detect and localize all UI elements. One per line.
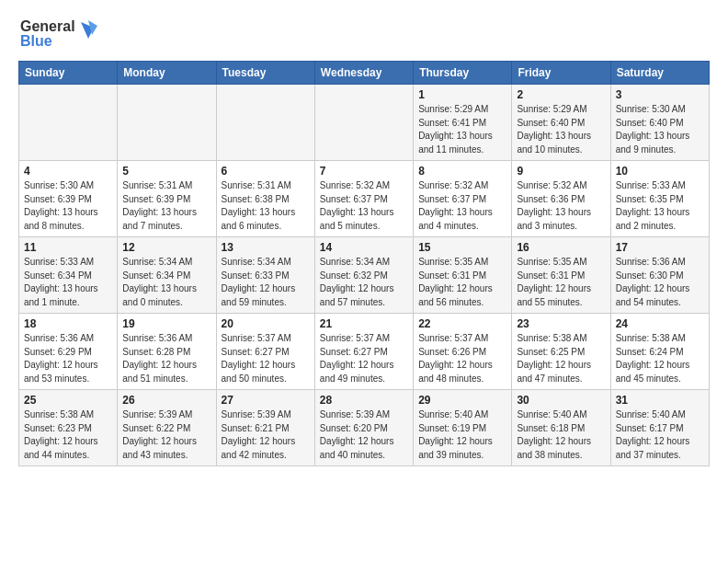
- day-info: Sunrise: 5:32 AM Sunset: 6:36 PM Dayligh…: [517, 179, 605, 233]
- day-info: Sunrise: 5:36 AM Sunset: 6:28 PM Dayligh…: [122, 332, 210, 385]
- day-info: Sunrise: 5:36 AM Sunset: 6:29 PM Dayligh…: [24, 332, 112, 385]
- day-number: 20: [222, 317, 310, 330]
- calendar-day-cell: 30Sunrise: 5:40 AM Sunset: 6:18 PM Dayli…: [512, 390, 610, 466]
- calendar-day-cell: 2Sunrise: 5:29 AM Sunset: 6:40 PM Daylig…: [512, 85, 610, 161]
- calendar-day-cell: 25Sunrise: 5:38 AM Sunset: 6:23 PM Dayli…: [19, 390, 118, 466]
- page-header: General Blue: [18, 15, 710, 50]
- calendar-day-cell: 22Sunrise: 5:37 AM Sunset: 6:26 PM Dayli…: [414, 314, 512, 390]
- day-number: 21: [320, 317, 408, 330]
- day-number: 16: [517, 241, 605, 254]
- svg-text:General: General: [20, 18, 75, 34]
- day-info: Sunrise: 5:37 AM Sunset: 6:27 PM Dayligh…: [320, 332, 408, 385]
- day-info: Sunrise: 5:31 AM Sunset: 6:38 PM Dayligh…: [222, 179, 310, 233]
- day-info: Sunrise: 5:29 AM Sunset: 6:41 PM Dayligh…: [418, 103, 506, 156]
- day-number: 1: [418, 88, 506, 101]
- calendar-day-cell: 11Sunrise: 5:33 AM Sunset: 6:34 PM Dayli…: [19, 237, 118, 314]
- day-number: 23: [517, 317, 605, 330]
- weekday-header-cell: Friday: [512, 62, 610, 85]
- calendar-day-cell: [216, 85, 314, 161]
- svg-text:Blue: Blue: [20, 33, 52, 49]
- day-number: 3: [616, 88, 704, 101]
- calendar-day-cell: 28Sunrise: 5:39 AM Sunset: 6:20 PM Dayli…: [314, 390, 413, 466]
- day-info: Sunrise: 5:37 AM Sunset: 6:27 PM Dayligh…: [222, 332, 310, 385]
- calendar-day-cell: 13Sunrise: 5:34 AM Sunset: 6:33 PM Dayli…: [216, 237, 314, 314]
- day-info: Sunrise: 5:36 AM Sunset: 6:30 PM Dayligh…: [616, 256, 704, 309]
- calendar-body: 1Sunrise: 5:29 AM Sunset: 6:41 PM Daylig…: [19, 85, 710, 466]
- calendar-day-cell: 31Sunrise: 5:40 AM Sunset: 6:17 PM Dayli…: [610, 390, 709, 466]
- calendar-day-cell: 1Sunrise: 5:29 AM Sunset: 6:41 PM Daylig…: [414, 85, 512, 161]
- day-number: 26: [122, 394, 210, 407]
- day-info: Sunrise: 5:40 AM Sunset: 6:19 PM Dayligh…: [418, 408, 506, 462]
- calendar-day-cell: 15Sunrise: 5:35 AM Sunset: 6:31 PM Dayli…: [414, 237, 512, 314]
- day-info: Sunrise: 5:30 AM Sunset: 6:40 PM Dayligh…: [616, 103, 704, 156]
- day-number: 19: [122, 317, 210, 330]
- day-info: Sunrise: 5:38 AM Sunset: 6:25 PM Dayligh…: [517, 332, 605, 385]
- day-info: Sunrise: 5:32 AM Sunset: 6:37 PM Dayligh…: [418, 179, 506, 233]
- calendar-day-cell: 6Sunrise: 5:31 AM Sunset: 6:38 PM Daylig…: [216, 161, 314, 237]
- day-number: 15: [418, 241, 506, 254]
- calendar-week-row: 18Sunrise: 5:36 AM Sunset: 6:29 PM Dayli…: [19, 314, 710, 390]
- calendar-day-cell: 19Sunrise: 5:36 AM Sunset: 6:28 PM Dayli…: [118, 314, 216, 390]
- weekday-header-cell: Wednesday: [314, 62, 413, 85]
- day-info: Sunrise: 5:38 AM Sunset: 6:24 PM Dayligh…: [616, 332, 704, 385]
- calendar-day-cell: 23Sunrise: 5:38 AM Sunset: 6:25 PM Dayli…: [512, 314, 610, 390]
- calendar-day-cell: 21Sunrise: 5:37 AM Sunset: 6:27 PM Dayli…: [314, 314, 413, 390]
- calendar-day-cell: 3Sunrise: 5:30 AM Sunset: 6:40 PM Daylig…: [610, 85, 709, 161]
- day-info: Sunrise: 5:40 AM Sunset: 6:17 PM Dayligh…: [616, 408, 704, 462]
- calendar-day-cell: 7Sunrise: 5:32 AM Sunset: 6:37 PM Daylig…: [314, 161, 413, 237]
- calendar-day-cell: [314, 85, 413, 161]
- day-info: Sunrise: 5:35 AM Sunset: 6:31 PM Dayligh…: [418, 256, 506, 309]
- day-info: Sunrise: 5:40 AM Sunset: 6:18 PM Dayligh…: [517, 408, 605, 462]
- calendar-day-cell: [19, 85, 118, 161]
- day-info: Sunrise: 5:39 AM Sunset: 6:22 PM Dayligh…: [122, 408, 210, 462]
- calendar-day-cell: 12Sunrise: 5:34 AM Sunset: 6:34 PM Dayli…: [118, 237, 216, 314]
- weekday-header-cell: Sunday: [19, 62, 118, 85]
- day-number: 7: [320, 165, 408, 178]
- calendar-day-cell: [118, 85, 216, 161]
- calendar-day-cell: 17Sunrise: 5:36 AM Sunset: 6:30 PM Dayli…: [610, 237, 709, 314]
- day-number: 28: [320, 394, 408, 407]
- day-number: 29: [418, 394, 506, 407]
- day-info: Sunrise: 5:35 AM Sunset: 6:31 PM Dayligh…: [517, 256, 605, 309]
- day-info: Sunrise: 5:39 AM Sunset: 6:21 PM Dayligh…: [222, 408, 310, 462]
- calendar-week-row: 11Sunrise: 5:33 AM Sunset: 6:34 PM Dayli…: [19, 237, 710, 314]
- day-number: 25: [24, 394, 112, 407]
- calendar-week-row: 25Sunrise: 5:38 AM Sunset: 6:23 PM Dayli…: [19, 390, 710, 466]
- calendar-day-cell: 16Sunrise: 5:35 AM Sunset: 6:31 PM Dayli…: [512, 237, 610, 314]
- day-number: 31: [616, 394, 704, 407]
- calendar-day-cell: 27Sunrise: 5:39 AM Sunset: 6:21 PM Dayli…: [216, 390, 314, 466]
- calendar-day-cell: 14Sunrise: 5:34 AM Sunset: 6:32 PM Dayli…: [314, 237, 413, 314]
- day-number: 8: [418, 165, 506, 178]
- calendar-week-row: 1Sunrise: 5:29 AM Sunset: 6:41 PM Daylig…: [19, 85, 710, 161]
- day-info: Sunrise: 5:33 AM Sunset: 6:34 PM Dayligh…: [24, 256, 112, 309]
- calendar-table: SundayMondayTuesdayWednesdayThursdayFrid…: [18, 61, 710, 466]
- day-number: 30: [517, 394, 605, 407]
- calendar-week-row: 4Sunrise: 5:30 AM Sunset: 6:39 PM Daylig…: [19, 161, 710, 237]
- day-number: 13: [222, 241, 310, 254]
- day-number: 17: [616, 241, 704, 254]
- day-info: Sunrise: 5:37 AM Sunset: 6:26 PM Dayligh…: [418, 332, 506, 385]
- day-number: 24: [616, 317, 704, 330]
- day-number: 5: [122, 165, 210, 178]
- calendar-day-cell: 18Sunrise: 5:36 AM Sunset: 6:29 PM Dayli…: [19, 314, 118, 390]
- calendar-day-cell: 26Sunrise: 5:39 AM Sunset: 6:22 PM Dayli…: [118, 390, 216, 466]
- calendar-day-cell: 24Sunrise: 5:38 AM Sunset: 6:24 PM Dayli…: [610, 314, 709, 390]
- weekday-header-row: SundayMondayTuesdayWednesdayThursdayFrid…: [19, 62, 710, 85]
- weekday-header-cell: Monday: [118, 62, 216, 85]
- calendar-day-cell: 4Sunrise: 5:30 AM Sunset: 6:39 PM Daylig…: [19, 161, 118, 237]
- day-info: Sunrise: 5:34 AM Sunset: 6:32 PM Dayligh…: [320, 256, 408, 309]
- day-number: 10: [616, 165, 704, 178]
- day-number: 18: [24, 317, 112, 330]
- day-number: 9: [517, 165, 605, 178]
- day-info: Sunrise: 5:39 AM Sunset: 6:20 PM Dayligh…: [320, 408, 408, 462]
- day-number: 27: [222, 394, 310, 407]
- day-number: 4: [24, 165, 112, 178]
- weekday-header-cell: Tuesday: [216, 62, 314, 85]
- calendar-day-cell: 29Sunrise: 5:40 AM Sunset: 6:19 PM Dayli…: [414, 390, 512, 466]
- day-info: Sunrise: 5:29 AM Sunset: 6:40 PM Dayligh…: [517, 103, 605, 156]
- day-number: 22: [418, 317, 506, 330]
- weekday-header-cell: Thursday: [414, 62, 512, 85]
- day-info: Sunrise: 5:34 AM Sunset: 6:33 PM Dayligh…: [222, 256, 310, 309]
- day-info: Sunrise: 5:30 AM Sunset: 6:39 PM Dayligh…: [24, 179, 112, 233]
- calendar-day-cell: 5Sunrise: 5:31 AM Sunset: 6:39 PM Daylig…: [118, 161, 216, 237]
